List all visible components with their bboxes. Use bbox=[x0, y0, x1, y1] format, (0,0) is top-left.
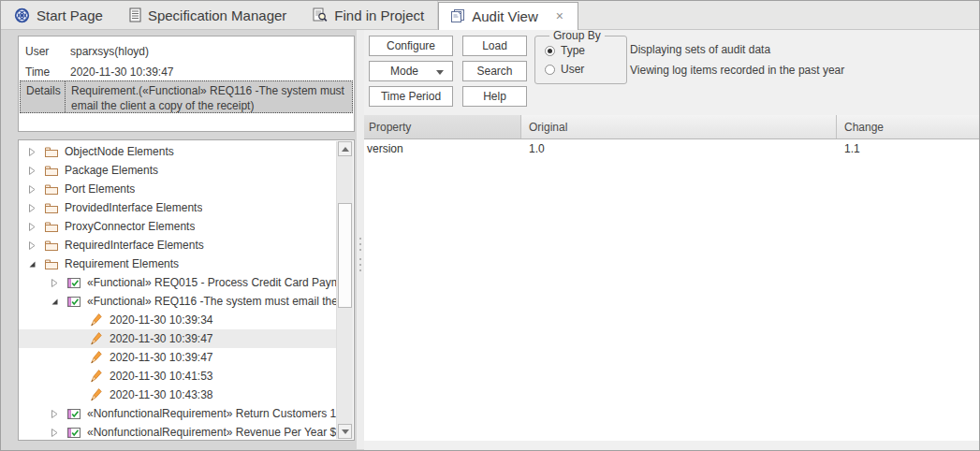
edit-pencil-icon bbox=[89, 350, 104, 365]
configure-button[interactable]: Configure bbox=[369, 36, 453, 56]
tree-item[interactable]: «NonfunctionalRequirement» Return Custom… bbox=[19, 404, 337, 423]
radio-label: Type bbox=[561, 44, 585, 57]
table-header: Property Original Change bbox=[364, 115, 980, 139]
time-period-button[interactable]: Time Period bbox=[369, 86, 453, 107]
start-page-icon bbox=[14, 7, 30, 23]
splitter-grip-icon bbox=[359, 238, 361, 240]
enterprise-architect-window: Start Page Specification Manager bbox=[0, 0, 980, 451]
folder-icon bbox=[44, 240, 59, 252]
requirement-icon bbox=[66, 408, 81, 420]
close-icon[interactable]: × bbox=[553, 8, 566, 23]
audit-view-main: Configure Load Mode Search Time Period H… bbox=[364, 30, 980, 451]
tree-expander-icon[interactable] bbox=[51, 298, 62, 306]
requirement-icon bbox=[66, 277, 81, 289]
tree-item[interactable]: 2020-11-30 10:41:53 bbox=[19, 367, 337, 386]
tree-item[interactable]: RequiredInterface Elements bbox=[19, 236, 337, 255]
cell-property: version bbox=[364, 142, 520, 155]
load-button[interactable]: Load bbox=[462, 36, 527, 56]
tree-item[interactable]: ObjectNode Elements bbox=[19, 142, 337, 161]
group-by-user-radio[interactable]: User bbox=[545, 63, 584, 76]
tab-find-in-project[interactable]: Find in Project bbox=[300, 1, 438, 29]
details-value: Requirement.(«Functional» REQ116 -The sy… bbox=[71, 83, 346, 113]
folder-icon bbox=[44, 183, 59, 196]
tab-specification-manager[interactable]: Specification Manager bbox=[116, 1, 300, 29]
tree-item-label: 2020-11-30 10:39:47 bbox=[110, 351, 213, 364]
tree-item[interactable]: 2020-11-30 10:43:38 bbox=[19, 386, 337, 404]
column-header-change[interactable]: Change bbox=[836, 115, 980, 138]
tree-expander-icon[interactable] bbox=[28, 260, 39, 269]
specification-manager-icon bbox=[129, 7, 141, 22]
folder-icon bbox=[44, 165, 59, 177]
tree-item-label: «NonfunctionalRequirement» Revenue Per Y… bbox=[87, 426, 337, 439]
audit-view-icon bbox=[450, 8, 465, 23]
group-by-type-radio[interactable]: Type bbox=[545, 44, 585, 57]
document-tab-bar: Start Page Specification Manager bbox=[1, 1, 979, 30]
tree-item[interactable]: Requirement Elements bbox=[19, 255, 337, 273]
find-in-project-icon bbox=[313, 7, 328, 22]
tree-scrollbar[interactable] bbox=[336, 141, 353, 439]
audit-tree-panel: ObjectNode ElementsPackage ElementsPort … bbox=[18, 139, 355, 441]
folder-icon bbox=[44, 221, 59, 233]
folder-icon bbox=[44, 258, 59, 270]
tab-label: Start Page bbox=[37, 7, 103, 23]
tree-expander-icon[interactable] bbox=[51, 279, 62, 287]
tree-item-label: «Functional» REQ015 - Process Credit Car… bbox=[87, 276, 337, 289]
audit-change-table: Property Original Change version 1.0 1.1 bbox=[364, 115, 980, 441]
details-label: Details bbox=[26, 84, 61, 97]
scrollbar-thumb[interactable] bbox=[338, 203, 352, 308]
tree-item[interactable]: ProxyConnector Elements bbox=[19, 217, 337, 236]
audit-tree: ObjectNode ElementsPackage ElementsPort … bbox=[19, 142, 337, 440]
tree-item[interactable]: «Functional» REQ015 - Process Credit Car… bbox=[19, 273, 337, 292]
cell-original: 1.0 bbox=[520, 142, 836, 155]
radio-icon bbox=[545, 65, 555, 75]
tree-expander-icon[interactable] bbox=[28, 241, 39, 250]
tree-item-label: «NonfunctionalRequirement» Return Custom… bbox=[87, 407, 337, 420]
radio-label: User bbox=[561, 63, 584, 76]
details-row-selected[interactable]: Details Requirement.(«Functional» REQ116… bbox=[20, 80, 353, 113]
tree-expander-icon[interactable] bbox=[28, 167, 39, 175]
edit-pencil-icon bbox=[89, 387, 104, 402]
tree-item[interactable]: 2020-11-30 10:39:47 bbox=[19, 348, 337, 367]
tree-item[interactable]: Port Elements bbox=[19, 180, 337, 198]
mode-label: Mode bbox=[390, 65, 418, 78]
tree-item-label: RequiredInterface Elements bbox=[65, 239, 204, 252]
tree-expander-icon[interactable] bbox=[28, 185, 39, 194]
tree-item-label: Package Elements bbox=[65, 164, 158, 177]
tree-expander-icon[interactable] bbox=[51, 429, 62, 437]
tree-item[interactable]: ProvidedInterface Elements bbox=[19, 198, 337, 217]
scroll-down-icon[interactable] bbox=[338, 424, 352, 439]
tree-item[interactable]: «Functional» REQ116 -The system must ema… bbox=[19, 292, 337, 311]
search-button[interactable]: Search bbox=[462, 61, 527, 81]
tree-item-label: «Functional» REQ116 -The system must ema… bbox=[87, 295, 337, 308]
panel-splitter[interactable] bbox=[357, 30, 364, 449]
edit-pencil-icon bbox=[89, 331, 104, 346]
requirement-icon bbox=[66, 296, 81, 308]
tree-item[interactable]: Package Elements bbox=[19, 161, 337, 180]
tree-expander-icon[interactable] bbox=[28, 148, 39, 156]
column-header-property[interactable]: Property bbox=[364, 115, 520, 138]
requirement-icon bbox=[66, 427, 81, 439]
group-by-box: Group By Type User bbox=[534, 36, 627, 84]
help-button[interactable]: Help bbox=[462, 86, 527, 107]
tree-item-label: Requirement Elements bbox=[65, 257, 179, 270]
tree-item[interactable]: 2020-11-30 10:39:47 bbox=[19, 329, 337, 348]
tree-expander-icon[interactable] bbox=[28, 223, 39, 231]
tab-start-page[interactable]: Start Page bbox=[1, 1, 116, 29]
table-row[interactable]: version 1.0 1.1 bbox=[364, 139, 980, 158]
tree-expander-icon[interactable] bbox=[28, 204, 39, 212]
column-header-original[interactable]: Original bbox=[520, 115, 836, 138]
tree-item[interactable]: 2020-11-30 10:39:34 bbox=[19, 311, 337, 329]
folder-icon bbox=[44, 146, 59, 158]
tab-audit-view[interactable]: Audit View × bbox=[438, 2, 578, 30]
tree-item[interactable]: «NonfunctionalRequirement» Revenue Per Y… bbox=[19, 423, 337, 440]
edit-pencil-icon bbox=[89, 369, 104, 384]
user-value: sparxsys(hloyd) bbox=[70, 45, 149, 58]
tree-item-label: 2020-11-30 10:39:47 bbox=[110, 332, 213, 345]
mode-dropdown-button[interactable]: Mode bbox=[369, 61, 453, 81]
tree-item-label: 2020-11-30 10:41:53 bbox=[110, 370, 213, 383]
time-value: 2020-11-30 10:39:47 bbox=[70, 65, 174, 79]
scroll-up-icon[interactable] bbox=[338, 141, 352, 156]
group-by-title: Group By bbox=[549, 29, 605, 42]
status-line-2: Viewing log items recorded in the past y… bbox=[630, 64, 844, 77]
tree-expander-icon[interactable] bbox=[51, 410, 62, 418]
